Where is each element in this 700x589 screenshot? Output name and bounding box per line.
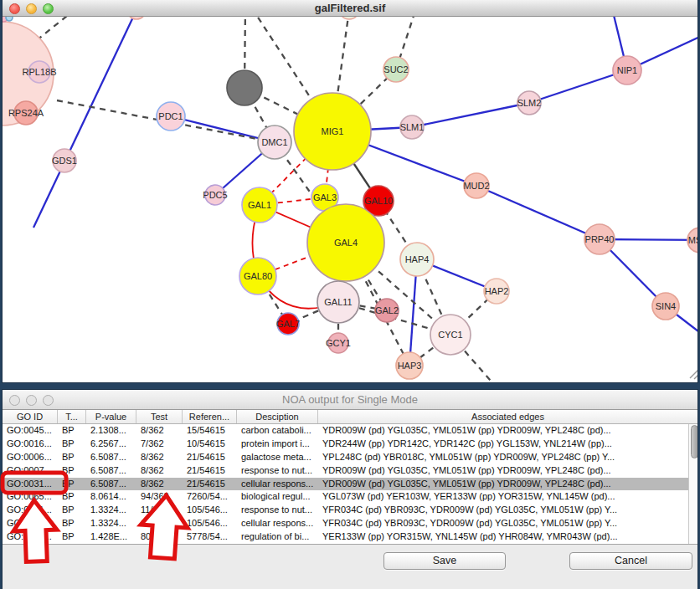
graph-node-label: GAL11 — [324, 297, 352, 307]
table-cell: 7260/54... — [183, 490, 237, 504]
table-cell: 5778/54... — [183, 530, 237, 544]
table-cell: 94/362 — [136, 490, 183, 504]
graph-node-label: GAL7 — [276, 319, 300, 329]
table-cell: galactose meta... — [237, 451, 318, 464]
column-header[interactable]: Test — [136, 410, 183, 423]
save-button[interactable]: Save — [383, 552, 506, 570]
graph-node-label: RPL18B — [23, 67, 57, 77]
table-cell: YDR009W (pd) YGL035C, YML051W (pp) YDR00… — [318, 464, 697, 478]
graph-node-label: MSL1 — [688, 235, 697, 245]
graph-edge[interactable] — [33, 10, 136, 228]
noa-window-titlebar[interactable]: NOA output for Single Mode — [3, 390, 697, 410]
table-cell: 6.5087... — [86, 478, 136, 491]
table-cell: 6.5087... — [86, 464, 136, 478]
table-cell: YDR244W (pp) YDR142C, YDR142C (pp) YGL15… — [318, 438, 697, 451]
table-cell: protein import i... — [237, 438, 318, 451]
column-header[interactable]: P-value — [86, 410, 136, 423]
table-cell: 8/362 — [136, 424, 183, 438]
table-cell: carbon cataboli... — [237, 424, 318, 438]
graph-node-label: GAL2 — [375, 305, 399, 315]
table-cell: cellular respons... — [237, 517, 318, 530]
table-row[interactable]: GO:0065...BP8.0614...94/3627260/54...bio… — [3, 490, 697, 504]
table-cell: YGL073W (pd) YER103W, YER133W (pp) YOR31… — [318, 490, 697, 504]
graph-node-label: PDC1 — [158, 111, 183, 121]
vertical-scrollbar[interactable] — [688, 424, 697, 544]
table-cell: GO:0006... — [3, 451, 58, 464]
table-row[interactable]: GO:0007...BP6.5087...8/36221/54615respon… — [3, 464, 697, 478]
table-cell: YER133W (pp) YOR315W, YNL145W (pd) YHR08… — [318, 530, 697, 544]
table-cell: GO:0050... — [3, 530, 58, 544]
column-header[interactable]: Referen... — [183, 410, 237, 423]
table-cell: 8/362 — [136, 478, 183, 491]
table-cell: biological regul... — [237, 490, 318, 504]
graph-node-label: RPS24A — [8, 108, 44, 118]
graph-edge[interactable] — [412, 103, 529, 127]
table-cell: YDR009W (pd) YGL035C, YML051W (pp) YDR00… — [318, 478, 697, 491]
table-row[interactable]: GO:0031...BP6.5087...8/36221/54615cellul… — [3, 478, 697, 491]
table-cell: 1.3324... — [86, 517, 136, 530]
graph-window-title: galFiltered.sif — [3, 0, 697, 16]
scrollbar-thumb[interactable] — [691, 425, 698, 458]
graph-node-label: SIN4 — [656, 301, 676, 311]
graph-edge[interactable] — [37, 16, 67, 40]
graph-node[interactable] — [227, 70, 262, 105]
graph-node-label: NIP1 — [617, 65, 637, 75]
table-cell: YDR009W (pd) YGL035C, YML051W (pp) YDR00… — [318, 424, 697, 438]
graph-node-label: DMC1 — [261, 137, 287, 147]
table-cell: YPL248C (pd) YBR018C, YML051W (pp) YDR00… — [318, 451, 697, 464]
table-cell: 15/54615 — [183, 424, 237, 438]
graph-node-label: GAL80 — [244, 271, 272, 281]
graph-node-label: GCY1 — [326, 338, 351, 348]
table-cell: response to nut... — [237, 504, 318, 517]
network-canvas[interactable]: RPL18BRPS24AGDS1PDC1PDC5DMC1MIG1SUC2SLM1… — [3, 0, 697, 382]
noa-window-title: NOA output for Single Mode — [3, 390, 697, 409]
graph-node-label: GDS1 — [52, 156, 77, 166]
table-cell: BP — [58, 517, 86, 530]
table-row[interactable]: GO:0050...BP1.428E...80/3625778/54...reg… — [3, 530, 697, 544]
graph-node-label: HAP2 — [485, 286, 509, 296]
graph-edge[interactable] — [529, 70, 627, 103]
table-cell: GO:0031... — [3, 478, 58, 491]
graph-node-label: CYC1 — [438, 330, 462, 340]
graph-node-label: GAL10 — [364, 196, 393, 206]
table-column-header[interactable]: GO IDT...P-valueTestReferen...Desciption… — [3, 410, 697, 424]
table-cell: BP — [58, 451, 86, 464]
column-header[interactable]: GO ID — [3, 410, 58, 423]
cancel-button[interactable]: Cancel — [569, 552, 692, 570]
graph-node-label: HAP4 — [405, 254, 430, 264]
table-cell: 11/362 — [136, 517, 183, 530]
table-row[interactable]: GO:0006...BP6.5087...8/36221/54615galact… — [3, 451, 697, 464]
table-cell: GO:0031... — [3, 504, 58, 517]
table-cell: 8.0614... — [86, 490, 136, 504]
column-header[interactable]: T... — [58, 410, 86, 423]
table-cell: BP — [58, 424, 86, 438]
table-cell: GO:0016... — [3, 438, 58, 451]
table-cell: 1.428E... — [86, 530, 136, 544]
table-row[interactable]: GO:0031...BP1.3324...11/362105/546...cel… — [3, 517, 697, 530]
graph-node-label: SLM2 — [517, 98, 542, 108]
table-cell: YFR034C (pd) YBR093C, YDR009W (pd) YGL03… — [318, 504, 697, 517]
graph-node-label: SLM1 — [400, 122, 425, 132]
table-cell: YFR034C (pd) YBR093C, YDR009W (pd) YGL03… — [318, 517, 697, 530]
table-cell: BP — [58, 438, 86, 451]
graph-node-label: PDC5 — [203, 190, 227, 200]
table-cell: 8/362 — [136, 451, 183, 464]
table-row[interactable]: GO:0031...BP1.3324...11/362105/546...res… — [3, 504, 697, 517]
graph-node-label: PRP40 — [585, 234, 615, 244]
table-cell: BP — [58, 478, 86, 491]
graph-window-titlebar[interactable]: galFiltered.sif — [3, 0, 697, 17]
table-cell: 11/362 — [136, 504, 183, 517]
graph-node-label: GAL4 — [334, 238, 358, 248]
column-header[interactable]: Desciption — [237, 410, 318, 423]
graph-node-label: GAL1 — [248, 200, 271, 210]
table-cell: 105/546... — [183, 504, 237, 517]
column-header[interactable]: Associated edges — [318, 410, 697, 423]
table-row[interactable]: GO:0016...BP6.2567...7/36210/54615protei… — [3, 438, 697, 451]
table-cell: 21/54615 — [183, 478, 237, 491]
table-cell: GO:0031... — [3, 517, 58, 530]
table-cell: 21/54615 — [183, 464, 237, 478]
table-cell: regulation of bi... — [237, 530, 318, 544]
graph-edge[interactable] — [476, 186, 600, 239]
table-cell: 7/362 — [136, 438, 183, 451]
table-row[interactable]: GO:0045...BP2.1308...8/36215/54615carbon… — [3, 424, 697, 438]
